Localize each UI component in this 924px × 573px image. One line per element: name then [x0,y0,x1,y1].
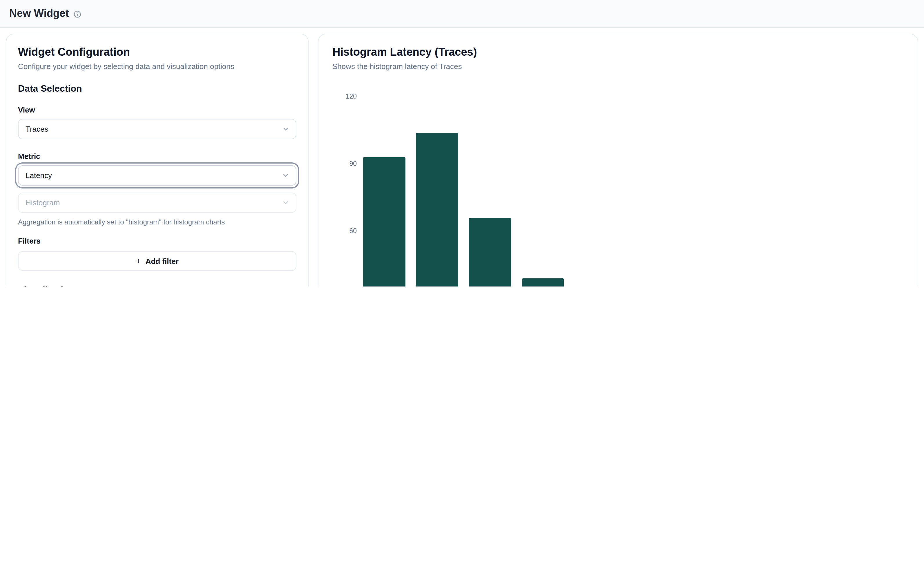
widget-preview-panel: Histogram Latency (Traces) Shows the his… [318,34,918,286]
histogram-bar [363,157,405,286]
y-axis-tick: 90 [332,160,357,167]
visualization-heading: Visualization [18,285,296,286]
plus-icon: + [136,256,141,266]
view-label: View [18,106,296,114]
config-subtitle: Configure your widget by selecting data … [18,62,296,71]
metric-label: Metric [18,152,296,161]
main-content: Widget Configuration Configure your widg… [0,28,924,286]
histogram-bar [522,279,564,286]
aggregation-select: Histogram [18,193,296,213]
view-select-value: Traces [25,125,49,133]
preview-subtitle: Shows the histogram latency of Traces [332,62,904,71]
data-selection-heading: Data Selection [18,83,296,94]
aggregation-helper-text: Aggregation is automatically set to "his… [18,218,296,226]
config-title: Widget Configuration [18,46,296,59]
add-filter-label: Add filter [146,257,179,265]
filters-label: Filters [18,236,296,245]
preview-title: Histogram Latency (Traces) [332,46,904,59]
add-filter-button[interactable]: + Add filter [18,251,296,271]
y-axis-tick: 60 [332,227,357,234]
metric-select-value: Latency [25,171,52,180]
view-select[interactable]: Traces [18,119,296,139]
y-axis-tick: 120 [332,93,357,100]
histogram-chart: 0306090120[1.162K, 2.807K][2.807K, 4.804… [332,75,904,286]
chevron-down-icon [282,172,289,178]
top-bar: New Widget [0,0,924,28]
chevron-down-icon [282,126,289,132]
chevron-down-icon [282,199,289,206]
aggregation-select-value: Histogram [25,198,60,207]
info-icon[interactable] [74,11,81,18]
app-root: New Widget Widget Configuration Configur… [0,0,924,286]
metric-select[interactable]: Latency [18,165,296,186]
widget-configuration-panel: Widget Configuration Configure your widg… [6,34,309,286]
histogram-bar [469,218,511,286]
page-title: New Widget [9,8,69,20]
histogram-bar [416,133,458,286]
